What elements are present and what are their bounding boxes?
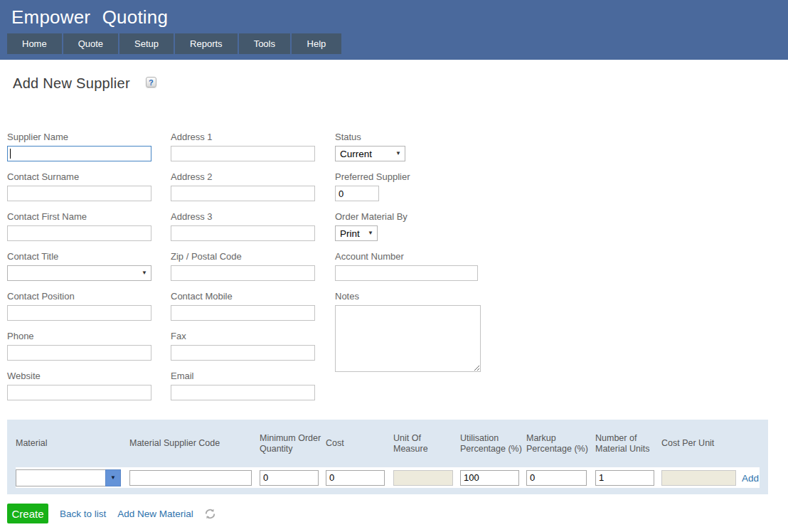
account-number-input[interactable] xyxy=(335,265,478,281)
col-header-material: Material xyxy=(16,438,129,449)
create-button[interactable]: Create xyxy=(7,504,48,523)
zip-postal-code-label: Zip / Postal Code xyxy=(171,250,315,262)
address2-field: Address 2 xyxy=(171,171,315,201)
notes-label: Notes xyxy=(335,290,484,302)
preferred-supplier-label: Preferred Supplier xyxy=(335,171,484,183)
contact-position-label: Contact Position xyxy=(7,290,151,302)
website-input[interactable] xyxy=(7,385,151,400)
minimum-order-quantity-input[interactable] xyxy=(260,470,319,486)
address1-field: Address 1 xyxy=(171,131,315,161)
supplier-name-label: Supplier Name xyxy=(7,131,151,143)
contact-surname-input[interactable] xyxy=(7,186,151,201)
contact-position-input[interactable] xyxy=(7,305,151,321)
status-label: Status xyxy=(335,131,484,143)
materials-table-header: Material Material Supplier Code Minimum … xyxy=(16,420,760,467)
nav-item-quote[interactable]: Quote xyxy=(63,33,118,54)
app-header: Empower Quoting Home Quote Setup Reports… xyxy=(0,0,788,60)
notes-textarea[interactable] xyxy=(335,305,481,372)
nav-item-help[interactable]: Help xyxy=(292,33,341,54)
phone-field: Phone xyxy=(7,330,151,361)
contact-first-name-input[interactable] xyxy=(7,225,151,241)
zip-postal-code-input[interactable] xyxy=(171,265,315,281)
status-select[interactable]: Current ▼ xyxy=(335,146,405,161)
col-header-number-of-material-units: Number of Material Units xyxy=(595,433,661,454)
fax-field: Fax xyxy=(171,330,315,361)
col-header-material-supplier-code: Material Supplier Code xyxy=(129,438,260,449)
col-header-unit-of-measure: Unit Of Measure xyxy=(393,433,460,454)
col-header-markup-percentage: Markup Percentage (%) xyxy=(526,433,595,454)
form-column-2: Address 1 Address 2 Address 3 Zip / Post… xyxy=(171,131,315,410)
help-icon[interactable]: ? xyxy=(146,77,156,87)
preferred-supplier-field: Preferred Supplier xyxy=(335,171,484,201)
status-field: Status Current ▼ xyxy=(335,131,484,161)
page-title-row: Add New Supplier ? xyxy=(13,75,788,95)
address2-input[interactable] xyxy=(171,186,315,201)
zip-postal-code-field: Zip / Postal Code xyxy=(171,250,315,281)
chevron-down-icon: ▼ xyxy=(368,230,373,236)
account-number-label: Account Number xyxy=(335,250,484,262)
website-label: Website xyxy=(7,370,151,382)
nav-item-reports[interactable]: Reports xyxy=(175,33,238,54)
markup-percentage-input[interactable] xyxy=(526,470,587,486)
supplier-name-input[interactable] xyxy=(7,146,151,161)
material-combo-dropdown-button[interactable]: ▼ xyxy=(105,469,121,486)
material-combobox: ▼ xyxy=(16,469,121,486)
supplier-name-field: Supplier Name xyxy=(7,131,151,161)
order-material-by-label: Order Material By xyxy=(335,211,484,223)
material-supplier-code-input[interactable] xyxy=(129,470,252,486)
contact-surname-label: Contact Surname xyxy=(7,171,151,183)
contact-mobile-label: Contact Mobile xyxy=(171,290,315,302)
app-title: Empower Quoting xyxy=(0,0,788,28)
back-to-list-link[interactable]: Back to list xyxy=(60,509,106,519)
chevron-down-icon: ▼ xyxy=(110,475,116,481)
contact-mobile-field: Contact Mobile xyxy=(171,290,315,321)
col-header-cost-per-unit: Cost Per Unit xyxy=(661,438,742,449)
cost-input[interactable] xyxy=(326,470,385,486)
website-field: Website xyxy=(7,370,151,400)
material-combo-input[interactable] xyxy=(16,469,105,486)
col-header-cost: Cost xyxy=(326,438,393,449)
col-header-minimum-order-quantity: Minimum Order Quantity xyxy=(260,433,326,454)
number-of-material-units-input[interactable] xyxy=(595,470,654,486)
contact-title-select[interactable]: ▼ xyxy=(7,265,151,281)
contact-first-name-field: Contact First Name xyxy=(7,211,151,241)
fax-input[interactable] xyxy=(171,345,315,361)
nav-item-home[interactable]: Home xyxy=(7,33,62,54)
email-input[interactable] xyxy=(171,385,315,400)
account-number-field: Account Number xyxy=(335,250,484,281)
utilisation-percentage-input[interactable] xyxy=(460,470,519,486)
supplier-form: Supplier Name Contact Surname Contact Fi… xyxy=(7,131,788,410)
order-material-by-select[interactable]: Print ▼ xyxy=(335,225,378,241)
address3-field: Address 3 xyxy=(171,211,315,241)
add-new-material-link[interactable]: Add New Material xyxy=(117,509,193,519)
form-column-1: Supplier Name Contact Surname Contact Fi… xyxy=(7,131,151,410)
contact-title-field: Contact Title ▼ xyxy=(7,250,151,281)
address3-label: Address 3 xyxy=(171,211,315,223)
form-column-3: Status Current ▼ Preferred Supplier Orde… xyxy=(335,131,484,410)
address1-input[interactable] xyxy=(171,146,315,161)
text-caret xyxy=(10,149,11,159)
phone-label: Phone xyxy=(7,330,151,342)
nav-item-tools[interactable]: Tools xyxy=(239,33,290,54)
address3-input[interactable] xyxy=(171,225,315,241)
page-content: Add New Supplier ? Supplier Name Contact… xyxy=(0,75,788,523)
main-nav: Home Quote Setup Reports Tools Help xyxy=(7,33,788,54)
fax-label: Fax xyxy=(171,330,315,342)
contact-surname-field: Contact Surname xyxy=(7,171,151,201)
page-title: Add New Supplier xyxy=(13,75,130,92)
col-header-utilisation-percentage: Utilisation Percentage (%) xyxy=(460,433,526,454)
materials-table: Material Material Supplier Code Minimum … xyxy=(7,420,768,494)
phone-input[interactable] xyxy=(7,345,151,361)
contact-mobile-input[interactable] xyxy=(171,305,315,321)
refresh-icon xyxy=(204,508,216,520)
contact-title-label: Contact Title xyxy=(7,250,151,262)
order-material-by-field: Order Material By Print ▼ xyxy=(335,211,484,241)
add-material-row-link[interactable]: Add xyxy=(742,473,759,484)
nav-item-setup[interactable]: Setup xyxy=(119,33,174,54)
preferred-supplier-input[interactable] xyxy=(335,186,379,201)
chevron-down-icon: ▼ xyxy=(395,151,401,156)
contact-position-field: Contact Position xyxy=(7,290,151,321)
cost-per-unit-input xyxy=(661,470,736,486)
material-row: ▼ Add xyxy=(16,467,760,488)
order-material-by-select-value: Print xyxy=(340,228,360,239)
